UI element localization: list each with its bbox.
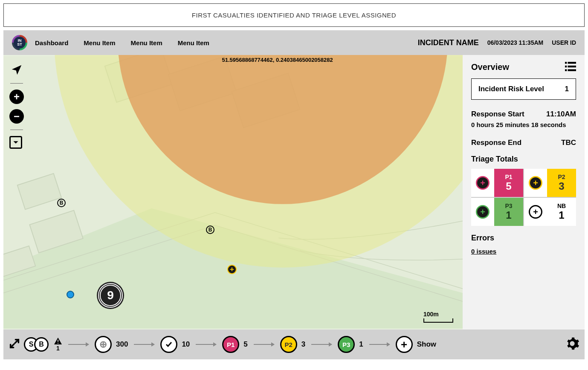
map-marker-cluster[interactable]: 9: [98, 283, 123, 308]
fullscreen-icon[interactable]: [9, 338, 20, 351]
zoom-out-button[interactable]: −: [9, 109, 24, 124]
map-canvas: [3, 55, 463, 330]
p3-node[interactable]: P3 1: [338, 336, 363, 353]
locate-icon[interactable]: [9, 63, 24, 77]
checked-node[interactable]: 10: [160, 336, 190, 353]
response-end-value: TBC: [561, 139, 576, 147]
p3-value: 1: [359, 340, 363, 349]
p2-badge: P2: [280, 336, 297, 353]
flow-arrow: [134, 344, 154, 345]
zoom-in-button[interactable]: +: [9, 90, 24, 104]
triage-grid: + P1 5 + P2 3 + P3 1: [471, 169, 576, 226]
p2-node[interactable]: P2 3: [280, 336, 305, 353]
triage-nb-label: NB: [557, 202, 566, 209]
response-start-label: Response Start: [471, 110, 524, 119]
incident-name: INCIDENT NAME: [418, 38, 479, 47]
map[interactable]: 51.59568868774462, 0.24038465002058282 +…: [3, 55, 463, 330]
nav-menu-3[interactable]: Menu Item: [178, 39, 209, 46]
svg-rect-11: [568, 62, 576, 64]
map-coordinates: 51.59568868774462, 0.24038465002058282: [222, 57, 333, 63]
show-label: Show: [417, 340, 436, 349]
flow-arrow: [68, 344, 89, 345]
plus-icon: ⊕: [95, 336, 112, 353]
plus-icon: +: [476, 176, 490, 190]
errors-link[interactable]: 0 issues: [471, 248, 576, 255]
map-marker-unit[interactable]: [67, 291, 74, 298]
p1-value: 5: [243, 340, 247, 349]
scale-label: 100m: [423, 311, 453, 318]
map-controls: + −: [9, 63, 24, 149]
flow-arrow: [196, 344, 216, 345]
header-user: USER ID: [552, 39, 576, 46]
b-circle: B: [34, 337, 49, 352]
banner: FIRST CASUALTIES IDENTIFIED AND TRIAGE L…: [3, 3, 585, 27]
triage-p3-label: P3: [505, 202, 512, 209]
triage-p2-label: P2: [558, 173, 565, 180]
capacity-value: 300: [116, 340, 128, 349]
map-marker-b[interactable]: B: [57, 199, 66, 207]
map-marker-b[interactable]: B: [206, 225, 214, 234]
svg-rect-17: [58, 343, 58, 344]
panel-title: Overview: [471, 62, 509, 72]
triage-nb[interactable]: + NB 1: [524, 198, 576, 226]
plus-icon: +: [396, 336, 413, 353]
scale-bar-line: [423, 318, 453, 323]
map-marker-p2[interactable]: +: [227, 265, 237, 274]
nav-dashboard[interactable]: Dashboard: [35, 39, 68, 46]
show-node[interactable]: + Show: [396, 336, 436, 353]
warning-count[interactable]: 1: [54, 337, 62, 352]
svg-rect-13: [568, 66, 576, 67]
bottom-bar: S B 1 ⊕ 300 10 P1 5 P2 3 P3 1 + Show: [3, 330, 585, 359]
nav-menu-2[interactable]: Menu Item: [131, 39, 162, 46]
overview-panel: Overview Incident Risk Level 1 Response …: [463, 55, 585, 330]
risk-label: Incident Risk Level: [478, 85, 544, 93]
nav-menu-1[interactable]: Menu Item: [84, 39, 115, 46]
flow-arrow: [311, 344, 332, 345]
triage-p3[interactable]: + P3 1: [471, 198, 523, 226]
capacity-node[interactable]: ⊕ 300: [95, 336, 128, 353]
divider: [10, 130, 23, 130]
check-icon: [160, 336, 177, 353]
sb-badge[interactable]: S B: [24, 337, 49, 352]
plus-icon: +: [529, 205, 542, 219]
warning-icon: [54, 337, 62, 345]
svg-rect-12: [565, 66, 567, 67]
triage-p3-value: 1: [506, 209, 511, 221]
svg-rect-14: [565, 69, 567, 71]
header-bar: Dashboard Menu Item Menu Item Menu Item …: [3, 30, 585, 55]
list-view-icon[interactable]: [565, 62, 576, 72]
triage-p2[interactable]: + P2 3: [524, 169, 576, 197]
warning-value: 1: [56, 345, 60, 352]
svg-rect-10: [565, 62, 567, 64]
plus-icon: +: [529, 176, 542, 190]
p3-badge: P3: [338, 336, 355, 353]
plus-icon: +: [476, 205, 490, 219]
svg-rect-15: [568, 69, 576, 71]
map-scale: 100m: [423, 311, 453, 323]
triage-nb-value: 1: [559, 209, 564, 221]
flow-arrow: [254, 344, 274, 345]
risk-level-box: Incident Risk Level 1: [471, 78, 576, 100]
settings-icon[interactable]: [565, 336, 579, 353]
p2-value: 3: [301, 340, 305, 349]
response-start-time: 11:10AM: [546, 110, 576, 119]
app-logo[interactable]: [12, 35, 27, 50]
checked-value: 10: [182, 340, 190, 349]
triage-p2-value: 3: [559, 180, 564, 192]
triage-p1-label: P1: [505, 173, 512, 180]
triage-p1[interactable]: + P1 5: [471, 169, 523, 197]
risk-value: 1: [565, 85, 569, 93]
p1-badge: P1: [222, 336, 239, 353]
flow-arrow: [369, 344, 390, 345]
errors-title: Errors: [471, 234, 576, 243]
response-end-label: Response End: [471, 139, 521, 147]
layer-dropdown-button[interactable]: [9, 136, 22, 149]
triage-title: Triage Totals: [471, 155, 576, 164]
triage-p1-value: 5: [506, 180, 511, 192]
p1-node[interactable]: P1 5: [222, 336, 247, 353]
svg-rect-16: [58, 340, 58, 342]
elapsed-time: 0 hours 25 minutes 18 seconds: [471, 121, 576, 128]
header-datetime: 06/03/2023 11:35AM: [487, 39, 544, 46]
divider: [10, 83, 23, 84]
